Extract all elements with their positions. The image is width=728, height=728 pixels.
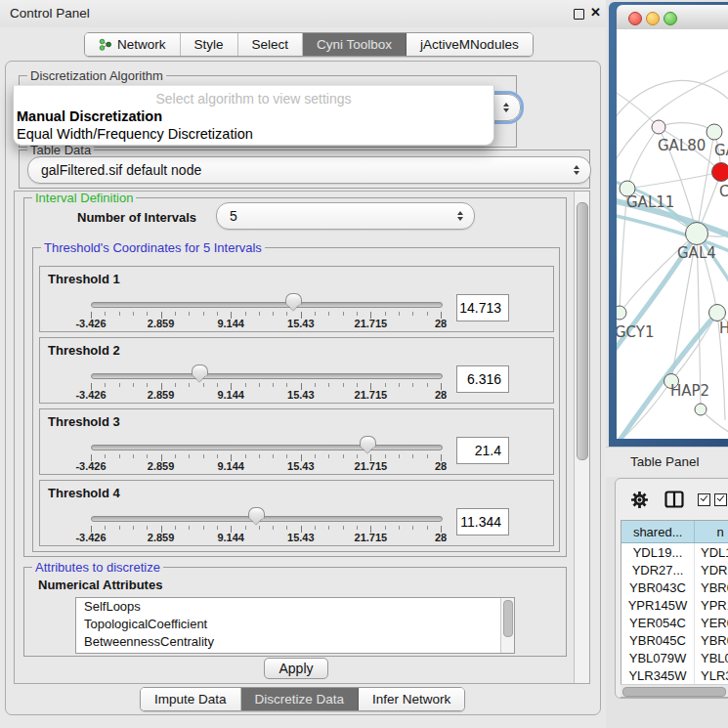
combo-arrows-icon (503, 103, 509, 112)
tick-mark (259, 383, 260, 387)
column-header-n[interactable]: n (695, 521, 728, 542)
settings-scrollbar[interactable] (574, 192, 589, 683)
network-node[interactable] (652, 120, 665, 134)
list-scrollbar-thumb[interactable] (503, 600, 513, 637)
tick-mark (217, 454, 218, 458)
threshold-slider-handle[interactable] (248, 507, 265, 519)
table-row[interactable]: YPR145WYPR1 (621, 596, 728, 614)
interval-definition-group: Interval Definition Number of Intervals … (23, 197, 567, 557)
tick-mark (245, 383, 246, 387)
table-row[interactable]: YDL19...YDL1 (621, 543, 728, 561)
dropdown-placeholder: Select algorithm to view settings (14, 91, 493, 107)
tab-jactivemnodules[interactable]: jActiveMNodules (407, 33, 533, 56)
threshold-slider-track[interactable] (91, 445, 443, 450)
tick-mark (217, 383, 218, 387)
threshold-slider-track[interactable] (91, 516, 443, 522)
table-row[interactable]: YBL079WYBL0 (621, 649, 728, 666)
threshold-slider-handle[interactable] (192, 364, 208, 376)
tick-mark (119, 454, 120, 458)
tab-infer-network[interactable]: Infer Network (359, 688, 464, 710)
threshold-slider-track[interactable] (91, 373, 443, 379)
dropdown-option-equal-width-frequency[interactable]: Equal Width/Frequency Discretization (17, 126, 253, 142)
network-graph: GAL80GACGAL11GAL4GCY1HHAP2 (617, 29, 728, 439)
panel-title: Control Panel (10, 6, 90, 21)
float-window-icon[interactable] (574, 9, 584, 20)
list-item-topologicalcoefficient[interactable]: TopologicalCoefficient (76, 616, 514, 633)
tick-mark (286, 383, 287, 387)
tab-network[interactable]: Network (85, 33, 181, 56)
threshold-value-field[interactable]: 11.344 (456, 508, 509, 535)
split-columns-icon[interactable] (664, 491, 684, 512)
network-node[interactable] (712, 163, 728, 182)
threshold-panel: Threshold 1 -3.4262.8599.14415.4321.7152… (39, 266, 554, 332)
table-data-group: Table Data galFiltered.sif default node (19, 150, 590, 189)
numerical-attributes-list[interactable]: SelfLoopsTopologicalCoefficientBetweenne… (75, 597, 515, 654)
tick-mark (343, 383, 344, 387)
tick-mark (315, 454, 316, 458)
network-node[interactable] (707, 124, 722, 140)
column-header-shared[interactable]: shared... (621, 521, 695, 542)
table-horizontal-scrollbar[interactable] (621, 684, 728, 697)
table-scrollbar-thumb[interactable] (622, 687, 726, 697)
table-data-combobox[interactable]: galFiltered.sif default node (27, 156, 591, 184)
threshold-value-field[interactable]: 21.4 (456, 437, 509, 464)
network-node[interactable] (686, 223, 708, 245)
threshold-slider-track[interactable] (91, 302, 443, 308)
network-window-titlebar (617, 5, 728, 30)
network-edge[interactable] (627, 172, 721, 189)
number-of-intervals-combobox[interactable]: 5 (216, 202, 475, 230)
node-label-gal4: GAL4 (677, 244, 716, 262)
tab-style[interactable]: Style (181, 33, 238, 56)
cell: YDR2 (695, 561, 728, 578)
network-node[interactable] (709, 305, 726, 321)
close-panel-icon[interactable]: ✕ (590, 5, 601, 20)
tick-mark (105, 383, 106, 387)
tab-label: Discretize Data (255, 692, 345, 707)
tick-mark (119, 312, 120, 316)
apply-button[interactable]: Apply (264, 658, 328, 679)
scale-label: 2.859 (148, 532, 175, 543)
cell: YDL1 (695, 543, 728, 561)
cell: YER0 (695, 614, 728, 631)
table-row[interactable]: YLR345WYLR3 (621, 666, 728, 684)
tab-cyni-toolbox[interactable]: Cyni Toolbox (303, 33, 407, 56)
tick-mark (399, 454, 400, 458)
dropdown-option-manual-discretization[interactable]: Manual Discretization (17, 108, 162, 124)
tab-select[interactable]: Select (238, 33, 304, 56)
close-traffic-light-icon[interactable] (628, 12, 642, 25)
network-edge[interactable] (659, 123, 714, 132)
slider-scale-labels: -3.4262.8599.14415.4321.71528 (91, 389, 441, 402)
threshold-value-field[interactable]: 14.713 (456, 294, 509, 321)
table-row[interactable]: YER054CYER0 (621, 614, 728, 631)
tab-impute-data[interactable]: Impute Data (141, 688, 241, 710)
threshold-slider-handle[interactable] (285, 293, 302, 305)
checkbox-checked-icon[interactable] (714, 493, 727, 506)
node-label-ga: GA (714, 142, 728, 159)
list-scrollbar[interactable] (500, 598, 514, 653)
scale-label: -3.426 (75, 389, 106, 401)
network-node[interactable] (617, 306, 626, 320)
settings-scrollbar-thumb[interactable] (577, 202, 588, 460)
list-item-selfloops[interactable]: SelfLoops (76, 598, 514, 616)
tab-discretize-data[interactable]: Discretize Data (241, 688, 360, 710)
list-item-betweennesscentrality[interactable]: BetweennessCentrality (76, 633, 514, 651)
scale-label: 9.144 (217, 532, 244, 543)
zoom-traffic-light-icon[interactable] (664, 12, 677, 25)
threshold-value-field[interactable]: 6.316 (456, 365, 509, 393)
tick-mark (357, 312, 358, 316)
threshold-slider-handle[interactable] (360, 436, 376, 448)
cell: YPR145W (621, 596, 695, 614)
tick-mark (315, 312, 316, 316)
node-attribute-table[interactable]: shared...nYDL19...YDL1YDR27...YDR2YBR043… (621, 520, 728, 698)
tick-mark (189, 526, 190, 530)
network-canvas[interactable]: GAL80GACGAL11GAL4GCY1HHAP2 (617, 29, 728, 439)
tick-mark (133, 312, 134, 316)
table-row[interactable]: YBR045CYBR0 (621, 631, 728, 649)
table-row[interactable]: YBR043CYBR0 (621, 578, 728, 596)
gear-icon[interactable] (630, 491, 649, 513)
network-node[interactable] (695, 404, 707, 415)
node-label-hap2: HAP2 (670, 382, 709, 400)
minimize-traffic-light-icon[interactable] (646, 12, 660, 25)
checkbox-checked-icon[interactable] (698, 493, 710, 506)
table-row[interactable]: YDR27...YDR2 (621, 561, 728, 578)
